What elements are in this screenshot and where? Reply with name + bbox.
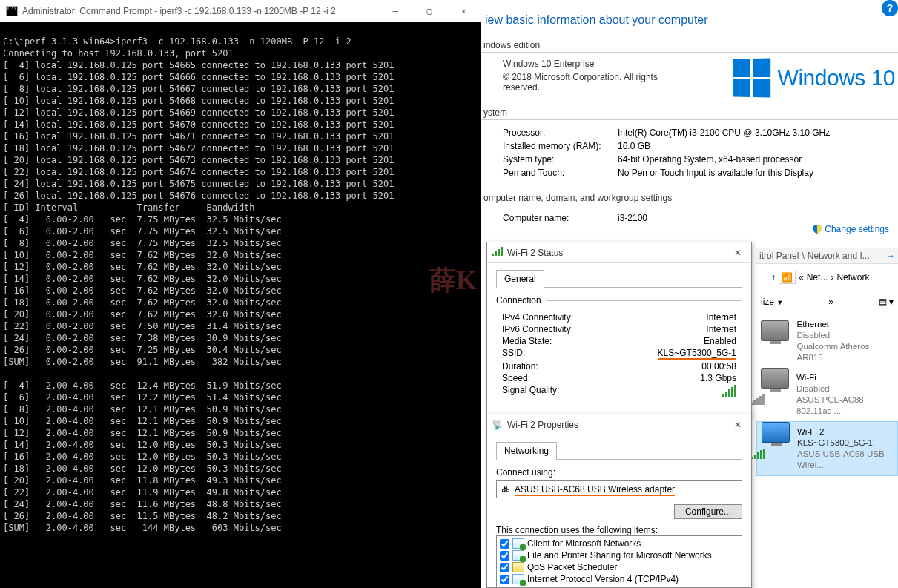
item-checkbox[interactable] [500, 575, 509, 584]
command-prompt-window: Administrator: Command Prompt - iperf3 -… [0, 0, 481, 588]
cmd-titlebar[interactable]: Administrator: Command Prompt - iperf3 -… [0, 0, 481, 22]
system-section-label: ystem [481, 103, 898, 120]
systype-value: 64-bit Operating System, x64-based proce… [618, 154, 898, 165]
processor-label: Processor: [503, 128, 618, 138]
ram-label: Installed memory (RAM): [503, 141, 618, 151]
adapter-icon: 📡 [492, 420, 503, 430]
item-checkbox[interactable] [500, 551, 509, 561]
network-connection-item[interactable]: Wi-FiDisabledASUS PCE-AC88 802.11ac ... [756, 368, 898, 421]
wifi-icon [492, 247, 503, 258]
network-connection-item[interactable]: EthernetDisabledQualcomm Atheros AR815 [756, 314, 898, 368]
windows-logo: Windows 10 [732, 59, 898, 97]
organize-button[interactable]: iize [761, 297, 774, 307]
connection-item-row[interactable]: Client for Microsoft Networks [498, 538, 740, 549]
ipv6-label: IPv6 Connectivity: [502, 324, 573, 334]
tab-networking[interactable]: Networking [496, 442, 557, 460]
shield-icon [812, 224, 822, 234]
item-label: File and Printer Sharing for Microsoft N… [527, 550, 712, 561]
cmd-icon [6, 6, 18, 16]
copyright: © 2018 Microsoft Corporation. All rights… [503, 72, 658, 93]
help-icon[interactable]: ? [882, 0, 898, 16]
service-icon [512, 550, 524, 561]
connect-using-label: Connect using: [496, 467, 742, 478]
signal-label: Signal Quality: [502, 385, 559, 397]
computer-name-label: Computer name: [503, 213, 618, 223]
connection-section-label: Connection [496, 295, 546, 305]
adapter-field[interactable]: 🖧 ASUS USB-AC68 USB Wireless adapter [496, 480, 742, 498]
ethernet-icon [761, 319, 790, 343]
system-heading: iew basic information about your compute… [481, 6, 898, 36]
wifi-status-dialog: Wi-Fi 2 Status ✕ General Connection IPv4… [486, 242, 752, 416]
processor-value: Intel(R) Core(TM) i3-2100 CPU @ 3.10GHz … [618, 128, 898, 138]
network-item-text: Wi-Fi 2KLS~GT5300_5G-1ASUS USB-AC68 USB … [797, 426, 893, 471]
cmd-output[interactable]: C:\iperf-3.1.3-win64>iperf3 -c 192.168.0… [0, 22, 481, 535]
network-item-text: EthernetDisabledQualcomm Atheros AR815 [797, 319, 894, 363]
systype-label: System type: [503, 154, 618, 165]
computer-name-value: i3-2100 [618, 213, 898, 223]
media-label: Media State: [502, 336, 552, 346]
edition-section-label: indows edition [481, 36, 898, 53]
explorer-breadcrumb-1[interactable]: itrol Panel\ Network and I... → [756, 248, 898, 264]
wifi-properties-dialog: 📡 Wi-Fi 2 Properties ✕ Networking Connec… [486, 414, 752, 588]
nav-up-icon[interactable]: ↑ [771, 272, 776, 283]
change-settings-link[interactable]: Change settings [812, 224, 889, 234]
item-label: Internet Protocol Version 4 (TCP/IPv4) [527, 574, 679, 584]
ssid-value: KLS~GT5300_5G-1 [658, 348, 736, 360]
speed-value: 1.3 Gbps [700, 373, 736, 383]
explorer-breadcrumb-2[interactable]: ↑ 📶 « Net... › Network [771, 268, 898, 286]
maximize-button[interactable]: ▢ [412, 0, 446, 22]
ssid-label: SSID: [502, 348, 525, 360]
wifi-icon [761, 372, 789, 396]
pentouch-label: Pen and Touch: [503, 168, 618, 178]
uses-items-label: This connection uses the following items… [496, 525, 742, 535]
item-checkbox[interactable] [500, 539, 509, 549]
wifi-icon [762, 426, 790, 450]
item-label: QoS Packet Scheduler [527, 562, 617, 572]
connection-items-list[interactable]: Client for Microsoft NetworksFile and Pr… [496, 535, 742, 587]
chevron-down-icon[interactable]: ▼ [776, 299, 783, 306]
speed-label: Speed: [502, 373, 530, 383]
item-label: Client for Microsoft Networks [527, 538, 641, 549]
duration-label: Duration: [502, 361, 538, 371]
network-connection-item[interactable]: Wi-Fi 2KLS~GT5300_5G-1ASUS USB-AC68 USB … [756, 421, 898, 476]
adapter-name: ASUS USB-AC68 USB Wireless adapter [515, 484, 675, 496]
duration-value: 00:00:58 [701, 361, 736, 371]
network-connections-list: EthernetDisabledQualcomm Atheros AR815Wi… [756, 314, 898, 476]
computer-name-section-label: omputer name, domain, and workgroup sett… [481, 188, 898, 205]
media-value: Enabled [704, 336, 736, 346]
pentouch-value: No Pen or Touch Input is available for t… [618, 168, 898, 178]
ipv4-label: IPv4 Connectivity: [502, 312, 573, 323]
ipv6-value: Internet [706, 324, 736, 334]
windows-edition: Windows 10 Enterprise [503, 59, 658, 69]
view-options-button[interactable]: ▤ ▾ [879, 297, 894, 307]
connection-item-row[interactable]: Internet Protocol Version 4 (TCP/IPv4) [498, 573, 740, 585]
tab-general[interactable]: General [496, 270, 544, 288]
ipv4-value: Internet [706, 312, 736, 323]
connection-item-row[interactable]: QoS Packet Scheduler [498, 561, 740, 573]
close-button[interactable]: ✕ [729, 248, 747, 258]
cmd-title: Administrator: Command Prompt - iperf3 -… [22, 5, 378, 17]
connection-item-row[interactable]: File and Printer Sharing for Microsoft N… [498, 549, 740, 561]
ram-value: 16.0 GB [618, 141, 898, 151]
service-icon [512, 574, 524, 584]
close-button[interactable]: ✕ [446, 0, 481, 22]
network-card-icon: 🖧 [501, 484, 510, 495]
service-icon [512, 562, 524, 572]
network-item-text: Wi-FiDisabledASUS PCE-AC88 802.11ac ... [796, 372, 894, 417]
minimize-button[interactable]: — [378, 0, 412, 22]
wifi-props-titlebar[interactable]: 📡 Wi-Fi 2 Properties ✕ [487, 414, 751, 435]
explorer-toolbar: iize ▼ » ▤ ▾ [756, 292, 898, 311]
chevron-right-icon[interactable]: → [886, 251, 895, 261]
close-button[interactable]: ✕ [729, 420, 747, 430]
item-checkbox[interactable] [500, 563, 509, 572]
wifi-status-titlebar[interactable]: Wi-Fi 2 Status ✕ [487, 242, 751, 263]
signal-bars-icon [722, 385, 736, 397]
configure-button[interactable]: Configure... [674, 504, 742, 519]
windows-logo-text: Windows 10 [778, 65, 895, 90]
windows-flag-icon [733, 58, 770, 97]
service-icon [512, 538, 524, 549]
